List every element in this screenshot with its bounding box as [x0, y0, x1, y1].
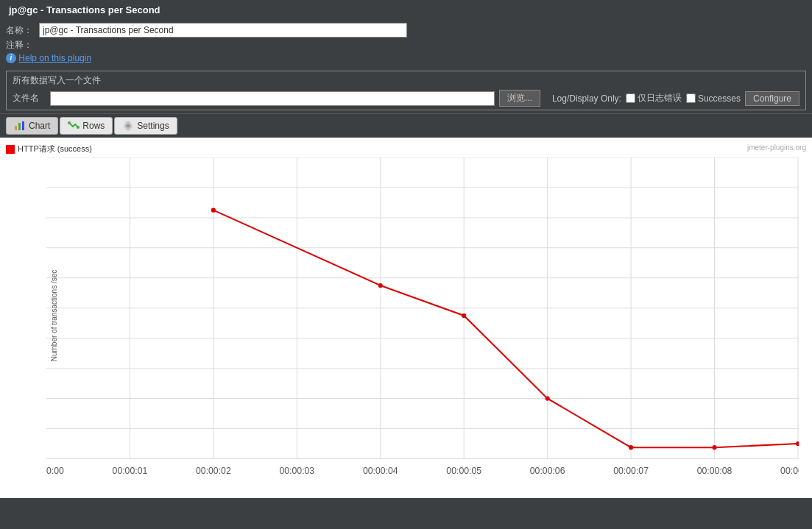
svg-point-3 [68, 121, 71, 124]
y-axis-label: Number of transactions /sec [50, 270, 58, 362]
chart-container: jmeter-plugins.org HTTP请求 (success) Numb… [0, 138, 812, 498]
comment-label: 注释： [6, 39, 39, 52]
rows-tab-icon [68, 120, 80, 132]
svg-text:00:00:01: 00:00:01 [113, 466, 148, 474]
file-input[interactable] [50, 91, 495, 106]
svg-rect-2 [22, 121, 24, 130]
svg-point-50 [546, 397, 550, 401]
svg-text:00:00:02: 00:00:02 [196, 466, 231, 474]
svg-point-53 [796, 441, 799, 446]
settings-tab-icon [122, 120, 134, 132]
legend-color [6, 145, 15, 154]
title-bar: jp@gc - Transactions per Second [0, 0, 812, 20]
svg-text:00:00:08: 00:00:08 [697, 466, 732, 474]
chart-tab-icon [14, 120, 26, 132]
help-link[interactable]: Help on this plugin [18, 53, 91, 63]
svg-text:00:00:00: 00:00:00 [46, 466, 64, 474]
watermark: jmeter-plugins.org [747, 143, 806, 152]
svg-point-52 [712, 445, 716, 450]
legend-label: HTTP请求 (success) [18, 143, 92, 155]
svg-point-4 [77, 126, 80, 129]
file-section-title: 所有数据写入一个文件 [13, 74, 799, 87]
file-section: 所有数据写入一个文件 文件名 浏览... Log/Display Only: 仅… [6, 71, 806, 110]
svg-text:00:00:05: 00:00:05 [446, 466, 481, 474]
successes-checkbox-label[interactable]: Successes [686, 93, 741, 104]
svg-point-49 [462, 313, 466, 318]
info-icon: i [6, 53, 16, 63]
chart-line [213, 210, 798, 447]
file-label: 文件名 [13, 92, 46, 104]
svg-rect-0 [15, 126, 17, 130]
chart-legend: HTTP请求 (success) [6, 143, 806, 155]
toolbar: Chart Rows Settings [0, 113, 812, 138]
svg-text:00:00:09: 00:00:09 [780, 466, 799, 474]
svg-text:00:00:06: 00:00:06 [530, 466, 565, 474]
name-label: 名称： [6, 24, 39, 37]
settings-tab[interactable]: Settings [114, 117, 177, 135]
svg-point-51 [629, 445, 633, 450]
rows-tab[interactable]: Rows [60, 117, 113, 135]
svg-point-48 [378, 283, 383, 288]
window-title: jp@gc - Transactions per Second [9, 4, 160, 15]
errors-only-checkbox-label[interactable]: 仅日志错误 [626, 92, 682, 104]
log-display-label: Log/Display Only: [552, 93, 621, 104]
errors-only-checkbox[interactable] [626, 93, 635, 103]
svg-point-47 [211, 208, 216, 213]
svg-text:00:00:07: 00:00:07 [613, 466, 649, 474]
successes-checkbox[interactable] [686, 93, 696, 103]
svg-text:00:00:03: 00:00:03 [279, 466, 314, 474]
name-input[interactable] [39, 23, 407, 38]
chart-svg: 0 40 80 120 160 200 240 280 320 360 400 … [46, 157, 799, 474]
browse-button[interactable]: 浏览... [499, 90, 540, 107]
svg-rect-1 [18, 123, 21, 130]
svg-text:00:00:04: 00:00:04 [363, 466, 398, 474]
configure-button[interactable]: Configure [745, 91, 799, 106]
chart-tab[interactable]: Chart [6, 117, 58, 135]
